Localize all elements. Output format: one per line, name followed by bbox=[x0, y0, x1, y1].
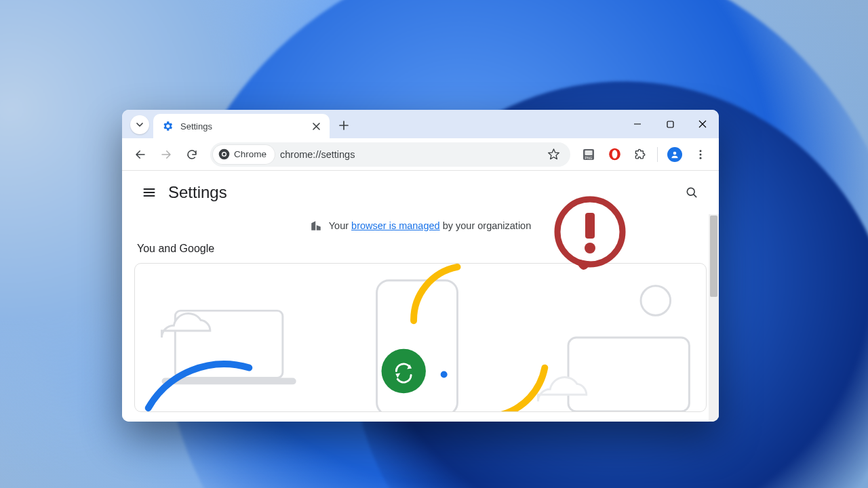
extension-png-button[interactable]: PNG bbox=[577, 143, 600, 166]
svg-point-12 bbox=[700, 157, 702, 159]
settings-search-button[interactable] bbox=[678, 179, 705, 206]
puzzle-icon bbox=[634, 148, 647, 161]
png-extension-icon: PNG bbox=[583, 148, 595, 161]
extensions-button[interactable] bbox=[629, 143, 652, 166]
reload-icon bbox=[186, 148, 198, 161]
close-window-button[interactable] bbox=[686, 110, 719, 138]
sync-illustration bbox=[135, 264, 706, 411]
profile-button[interactable] bbox=[663, 143, 686, 166]
bookmark-button[interactable] bbox=[542, 143, 565, 166]
tab-settings[interactable]: Settings bbox=[153, 114, 330, 138]
section-heading-you-and-google: You and Google bbox=[122, 241, 719, 263]
svg-point-10 bbox=[700, 150, 702, 152]
svg-rect-5 bbox=[585, 150, 593, 155]
site-chip[interactable]: Chrome bbox=[213, 145, 275, 164]
svg-text:PNG: PNG bbox=[585, 155, 593, 159]
tab-strip: Settings bbox=[122, 110, 719, 138]
site-chip-label: Chrome bbox=[234, 149, 267, 159]
avatar-icon bbox=[667, 147, 682, 162]
svg-point-11 bbox=[700, 153, 702, 155]
search-icon bbox=[685, 186, 698, 199]
managed-link[interactable]: browser is managed bbox=[351, 220, 440, 231]
content-area: Settings Your browser is managed by your… bbox=[122, 171, 719, 422]
chrome-logo-icon bbox=[218, 148, 230, 160]
star-icon bbox=[547, 148, 560, 161]
scrollbar-thumb[interactable] bbox=[710, 216, 717, 297]
reload-button[interactable] bbox=[180, 143, 203, 166]
back-button[interactable] bbox=[129, 143, 152, 166]
svg-rect-0 bbox=[667, 121, 673, 127]
maximize-button[interactable] bbox=[654, 110, 686, 138]
minimize-icon bbox=[633, 120, 642, 128]
plus-icon bbox=[339, 121, 349, 130]
tab-close-button[interactable] bbox=[309, 119, 323, 133]
arrow-left-icon bbox=[134, 148, 146, 161]
settings-scroll-region[interactable]: Your browser is managed by your organiza… bbox=[122, 214, 719, 422]
hamburger-icon bbox=[142, 186, 156, 199]
settings-menu-button[interactable] bbox=[136, 179, 163, 206]
kebab-icon bbox=[694, 148, 707, 161]
url-text: chrome://settings bbox=[280, 149, 355, 160]
omnibox[interactable]: Chrome chrome://settings bbox=[210, 142, 570, 167]
svg-point-8 bbox=[612, 150, 617, 159]
tab-title: Settings bbox=[180, 121, 212, 131]
toolbar: Chrome chrome://settings PNG bbox=[122, 138, 719, 171]
forward-button[interactable] bbox=[155, 143, 178, 166]
managed-text-prefix: Your bbox=[329, 220, 351, 231]
svg-point-17 bbox=[382, 349, 426, 393]
building-icon bbox=[310, 220, 322, 232]
window-controls bbox=[621, 110, 719, 138]
extension-opera-button[interactable] bbox=[603, 143, 626, 166]
chrome-window: Settings bbox=[122, 110, 719, 422]
sync-promo-card[interactable] bbox=[134, 263, 707, 412]
search-tabs-button[interactable] bbox=[130, 115, 149, 134]
close-icon bbox=[313, 123, 320, 130]
svg-point-3 bbox=[222, 152, 225, 155]
gear-icon bbox=[161, 120, 174, 132]
arrow-right-icon bbox=[160, 148, 172, 161]
managed-text-suffix: by your organization bbox=[440, 220, 532, 231]
settings-app-bar: Settings bbox=[122, 171, 719, 214]
chrome-menu-button[interactable] bbox=[689, 143, 712, 166]
opera-extension-icon bbox=[608, 148, 621, 161]
svg-point-18 bbox=[441, 371, 448, 378]
svg-point-20 bbox=[641, 286, 671, 316]
close-icon bbox=[698, 120, 707, 128]
svg-rect-19 bbox=[568, 338, 689, 411]
svg-rect-15 bbox=[162, 378, 296, 384]
maximize-icon bbox=[667, 121, 674, 128]
new-tab-button[interactable] bbox=[334, 115, 354, 136]
minimize-button[interactable] bbox=[621, 110, 654, 138]
page-title: Settings bbox=[168, 183, 227, 202]
managed-banner: Your browser is managed by your organiza… bbox=[122, 214, 719, 241]
svg-point-9 bbox=[673, 151, 677, 155]
vertical-scrollbar[interactable] bbox=[709, 214, 719, 422]
toolbar-divider bbox=[657, 147, 658, 162]
chevron-down-icon bbox=[136, 121, 144, 129]
